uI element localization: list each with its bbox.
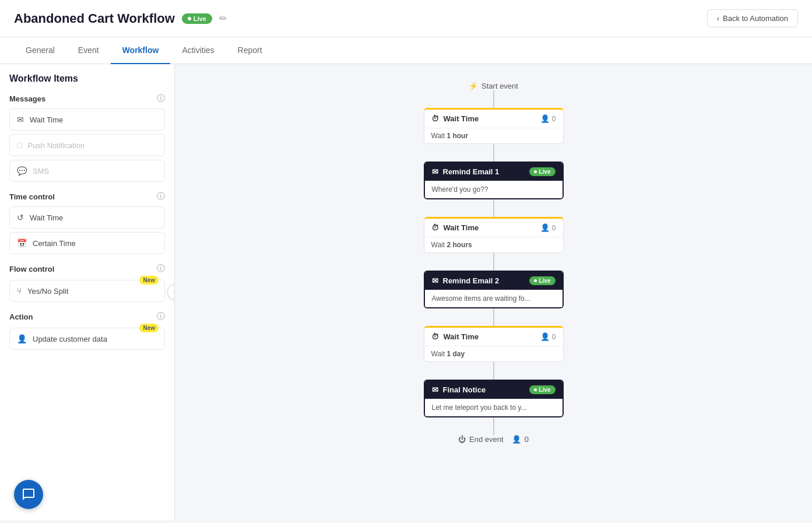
time-control-info-icon[interactable]: ⓘ [157,191,165,202]
yes-no-split-icon: ⑂ [17,286,22,296]
final-notice-header-right: Live [529,385,555,394]
tab-workflow[interactable]: Workflow [111,37,171,64]
remind-email-2-title: Remind Email 2 [443,276,500,285]
connector-line [493,144,494,162]
wait-time-node-3[interactable]: ⏱ Wait Time 👤 0 Wait 1 day [424,326,564,362]
wait-time-header-left-3: ⏱ Wait Time [431,332,479,341]
remind-email-1-text: Where'd you go?? [432,185,488,194]
start-event-label: Start event [481,82,518,90]
connector-line [493,308,494,326]
final-notice-header-left: ✉ Final Notice [432,385,486,394]
tab-activities[interactable]: Activities [170,37,226,64]
edit-icon[interactable]: ✏ [219,13,227,24]
tab-report[interactable]: Report [226,37,274,64]
wait-time-title-2: Wait Time [444,223,479,232]
new-badge: New [139,324,159,332]
workflow-canvas-area: ⚡ Start event ⏱ Wait Time 👤 0 Wai [175,64,812,520]
certain-time-icon: 📅 [17,238,27,248]
sidebar: Workflow Items Messages ⓘ ✉ Wait Time □ … [0,64,175,520]
tab-event[interactable]: Event [66,37,111,64]
remind-email-2-body: Awesome items are waiting fo... [425,290,563,307]
flow-control-info-icon[interactable]: ⓘ [157,264,165,274]
chatbot-fab-button[interactable] [14,480,43,509]
update-customer-icon: 👤 [17,334,27,343]
list-item[interactable]: New 👤 Update customer data [9,328,165,350]
remind-email-1-title: Remind Email 1 [443,167,500,176]
sms-label: SMS [33,167,49,175]
wait-time-title-3: Wait Time [444,332,479,341]
wait-time-body-2: Wait 2 hours [424,237,563,252]
wait-time-body-1: Wait 1 hour [424,128,563,143]
connector-line [493,90,494,108]
wait-time-body-3: Wait 1 day [424,346,563,361]
app-header: Abandoned Cart Workflow Live ✏ ‹ Back to… [0,0,812,37]
connector-line [493,417,494,435]
remind-email-1-header-left: ✉ Remind Email 1 [432,167,500,176]
user-icon-1: 👤 [540,114,550,123]
header-left: Abandoned Cart Workflow Live ✏ [14,11,227,26]
user-icon-2: 👤 [540,223,550,232]
wait-time-node-1[interactable]: ⏱ Wait Time 👤 0 Wait 1 hour [424,108,564,144]
remind-email-2-text: Awesome items are waiting fo... [432,294,530,303]
live-dot [534,279,537,282]
push-notification-label: Push Notification [27,141,85,150]
wait-count-1: 0 [552,115,556,123]
end-event-node: ⏻ End event 👤 0 [458,435,529,444]
final-notice-title: Final Notice [443,385,486,394]
time-control-label: Time control [9,192,55,201]
wait-clock-icon-3: ⏱ [431,332,439,341]
wait-time-icon: ↺ [17,213,24,222]
list-item[interactable]: 📅 Certain Time [9,232,165,254]
remind-email-2-node[interactable]: ✉ Remind Email 2 Live Awesome items are … [424,271,564,308]
email-icon-node-1: ✉ [432,167,438,176]
email-icon: ✉ [17,115,24,124]
power-icon: ⏻ [458,435,466,444]
wait-time-label: Wait Time [30,213,63,222]
live-dot [534,388,537,391]
wait-time-header-right-1: 👤 0 [540,114,556,123]
remind-email-1-node[interactable]: ✉ Remind Email 1 Live Where'd you go?? [424,162,564,199]
main-layout: Workflow Items Messages ⓘ ✉ Wait Time □ … [0,64,812,520]
back-to-automation-button[interactable]: ‹ Back to Automation [707,9,798,27]
list-item[interactable]: New ⑂ Yes/No Split [9,280,165,302]
lightning-icon: ⚡ [469,82,478,90]
live-status-badge: Live [182,13,212,24]
remind-email-1-body: Where'd you go?? [425,181,563,198]
wait-time-header-left-1: ⏱ Wait Time [431,114,479,123]
messages-info-icon[interactable]: ⓘ [157,93,165,104]
action-info-icon[interactable]: ⓘ [157,311,165,322]
email-icon-node-2: ✉ [432,276,438,285]
remind-email-2-header: ✉ Remind Email 2 Live [425,272,563,290]
sms-icon: 💬 [17,166,27,175]
wait-time-header-left-2: ⏱ Wait Time [431,223,479,232]
remind-email-2-header-left: ✉ Remind Email 2 [432,276,500,285]
wait-time-node-2[interactable]: ⏱ Wait Time 👤 0 Wait 2 hours [424,217,564,253]
nav-tabs: General Event Workflow Activities Report [0,37,812,64]
end-count: 0 [525,435,529,444]
tab-general[interactable]: General [14,37,66,64]
user-icon-end: 👤 [512,435,521,444]
flow-control-section-header: Flow control ⓘ [9,264,165,274]
live-dot [188,17,191,20]
new-badge: New [139,276,159,285]
user-icon-3: 👤 [540,332,550,341]
final-notice-node[interactable]: ✉ Final Notice Live Let me teleport you … [424,380,564,417]
list-item[interactable]: ✉ Wait Time [9,108,165,131]
wait-time-header-right-2: 👤 0 [540,223,556,232]
wait-time-header-3: ⏱ Wait Time 👤 0 [424,328,563,346]
connector-line [493,362,494,380]
final-notice-header: ✉ Final Notice Live [425,381,563,399]
wait-time-header-right-3: 👤 0 [540,332,556,341]
time-control-section-header: Time control ⓘ [9,191,165,202]
wait-clock-icon-2: ⏱ [431,223,439,232]
sidebar-title: Workflow Items [9,73,165,84]
list-item[interactable]: 💬 SMS [9,160,165,182]
yes-no-split-label: Yes/No Split [27,287,68,296]
list-item[interactable]: ↺ Wait Time [9,206,165,229]
flow-control-label: Flow control [9,265,54,273]
wait-time-header-2: ⏱ Wait Time 👤 0 [424,219,563,237]
remind-email-1-live-badge: Live [529,167,555,176]
list-item[interactable]: □ Push Notification [9,134,165,156]
workflow-canvas: ⚡ Start event ⏱ Wait Time 👤 0 Wai [412,76,575,508]
collapse-sidebar-button[interactable]: « [167,284,175,300]
